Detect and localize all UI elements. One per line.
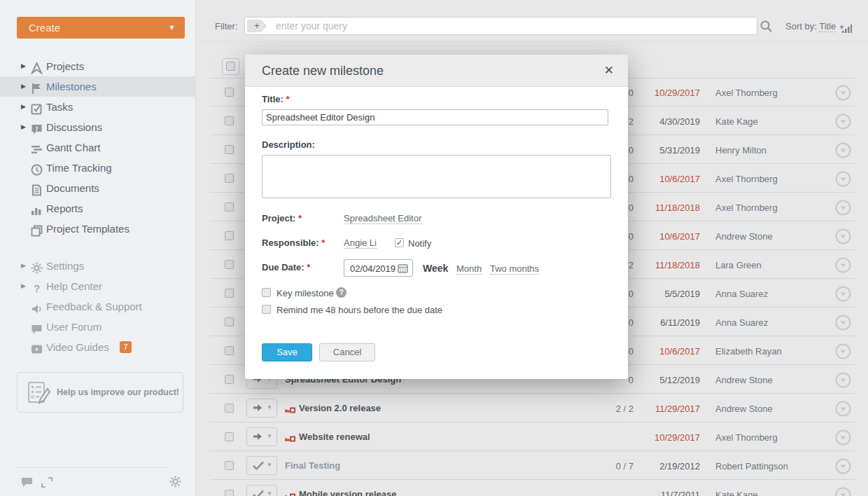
responsible-name[interactable]: Robert Pattingson bbox=[715, 461, 788, 471]
sidebar-item-reports[interactable]: Reports bbox=[0, 198, 196, 219]
responsible-name[interactable]: Anna Suarez bbox=[715, 289, 768, 299]
status-arrow-button[interactable]: ▼ bbox=[246, 399, 277, 418]
sidebar-item-gantt-chart[interactable]: Gantt Chart bbox=[0, 137, 196, 158]
row-checkbox[interactable] bbox=[225, 461, 234, 470]
remind-checkbox[interactable] bbox=[262, 305, 271, 314]
notify-checkbox[interactable]: ✓ bbox=[395, 238, 404, 247]
row-menu-icon[interactable] bbox=[835, 257, 851, 276]
row-checkbox[interactable] bbox=[225, 432, 234, 441]
responsible-name[interactable]: Andrew Stone bbox=[715, 231, 773, 242]
row-checkbox[interactable] bbox=[225, 346, 234, 355]
responsible-name[interactable]: Axel Thornberg bbox=[715, 174, 778, 184]
sidebar-item-video-guides[interactable]: Video Guides7 bbox=[0, 337, 196, 357]
status-arrow-button[interactable]: ▼ bbox=[246, 427, 277, 446]
responsible-value-link[interactable]: Angie Li bbox=[344, 237, 377, 249]
range-week[interactable]: Week bbox=[423, 263, 448, 274]
due-date-input[interactable]: 02/04/2019 bbox=[344, 259, 413, 277]
expander-arrow-icon[interactable]: ▶ bbox=[21, 117, 26, 137]
responsible-name[interactable]: Axel Thornberg bbox=[715, 202, 778, 213]
expander-arrow-icon[interactable]: ▶ bbox=[21, 276, 26, 296]
responsible-name[interactable]: Andrew Stone bbox=[715, 404, 773, 414]
row-checkbox[interactable] bbox=[225, 231, 234, 240]
row-checkbox[interactable] bbox=[225, 404, 234, 413]
status-done-button[interactable]: ▼ bbox=[246, 485, 277, 496]
status-done-button[interactable]: ▼ bbox=[246, 456, 277, 475]
chat-icon[interactable] bbox=[21, 477, 33, 490]
responsible-name[interactable]: Axel Thornberg bbox=[715, 432, 778, 443]
sidebar-item-milestones[interactable]: ▶Milestones bbox=[0, 76, 196, 97]
row-checkbox[interactable] bbox=[225, 88, 234, 97]
row-menu-icon[interactable] bbox=[835, 142, 851, 161]
milestone-title[interactable]: Mobile version release bbox=[299, 489, 396, 496]
milestone-title[interactable]: Version 2.0 release bbox=[299, 403, 381, 413]
row-menu-icon[interactable] bbox=[835, 343, 851, 362]
search-icon[interactable] bbox=[760, 20, 772, 35]
expand-icon[interactable] bbox=[41, 477, 52, 490]
sidebar-item-documents[interactable]: Documents bbox=[0, 178, 196, 198]
sidebar-item-time-tracking[interactable]: Time Tracking bbox=[0, 158, 196, 178]
row-checkbox[interactable] bbox=[225, 202, 234, 212]
expander-arrow-icon[interactable]: ▶ bbox=[21, 76, 26, 97]
milestone-title[interactable]: Website renewal bbox=[299, 432, 370, 442]
responsible-name[interactable]: Kate Kage bbox=[715, 116, 758, 127]
close-icon[interactable]: ✕ bbox=[604, 63, 614, 78]
select-all-checkbox[interactable] bbox=[226, 62, 235, 71]
milestone-title[interactable]: Final Testing bbox=[285, 460, 340, 471]
row-checkbox[interactable] bbox=[225, 260, 234, 269]
row-menu-icon[interactable] bbox=[835, 429, 851, 448]
responsible-name[interactable]: Anna Suarez bbox=[715, 317, 768, 328]
row-checkbox[interactable] bbox=[225, 375, 234, 384]
responsible-name[interactable]: Kate Kage bbox=[715, 490, 758, 496]
row-menu-icon[interactable] bbox=[835, 171, 851, 190]
gear-icon[interactable] bbox=[169, 476, 181, 490]
row-menu-icon[interactable] bbox=[835, 487, 851, 496]
sort-direction-icon[interactable] bbox=[842, 23, 852, 36]
row-menu-icon[interactable] bbox=[835, 315, 851, 333]
row-menu-icon[interactable] bbox=[835, 372, 851, 391]
range-month[interactable]: Month bbox=[456, 263, 482, 275]
help-us-improve-banner[interactable]: Help us improve our product! bbox=[17, 372, 183, 413]
calendar-icon[interactable] bbox=[398, 263, 408, 276]
description-textarea[interactable] bbox=[262, 155, 611, 198]
responsible-name[interactable]: Elizabeth Rayan bbox=[715, 346, 782, 357]
row-menu-icon[interactable] bbox=[835, 200, 851, 219]
sidebar-item-discussions[interactable]: ▶Discussions bbox=[0, 117, 196, 137]
row-menu-icon[interactable] bbox=[835, 458, 851, 477]
key-milestone-checkbox[interactable] bbox=[262, 288, 271, 297]
responsible-name[interactable]: Andrew Stone bbox=[715, 375, 773, 385]
save-button[interactable]: Save bbox=[262, 343, 312, 361]
sidebar-item-settings[interactable]: ▶Settings bbox=[0, 256, 196, 276]
sidebar-item-tasks[interactable]: ▶Tasks bbox=[0, 97, 196, 117]
responsible-name[interactable]: Henry Milton bbox=[715, 145, 766, 156]
row-menu-icon[interactable] bbox=[835, 286, 851, 305]
row-checkbox[interactable] bbox=[225, 116, 234, 125]
sidebar-item-help-center[interactable]: ▶?Help Center bbox=[0, 276, 196, 296]
responsible-name[interactable]: Lara Green bbox=[715, 260, 762, 270]
sort-by-value[interactable]: Title bbox=[819, 21, 836, 32]
sidebar-item-projects[interactable]: ▶Projects bbox=[0, 56, 196, 76]
row-checkbox[interactable] bbox=[225, 317, 234, 326]
filter-query-input[interactable] bbox=[244, 17, 757, 35]
sidebar-item-feedback-support[interactable]: Feedback & Support bbox=[0, 296, 196, 317]
row-menu-icon[interactable] bbox=[835, 85, 851, 104]
project-value-link[interactable]: Spreadsheet Editor bbox=[344, 213, 421, 224]
row-checkbox[interactable] bbox=[225, 289, 234, 298]
create-button[interactable]: Create ▼ bbox=[17, 17, 185, 39]
row-menu-icon[interactable] bbox=[835, 228, 851, 247]
expander-arrow-icon[interactable]: ▶ bbox=[21, 56, 26, 76]
expander-arrow-icon[interactable]: ▶ bbox=[21, 256, 26, 276]
select-all-button[interactable] bbox=[222, 58, 239, 75]
range-two-months[interactable]: Two months bbox=[490, 263, 539, 275]
row-checkbox[interactable] bbox=[225, 490, 234, 496]
cancel-button[interactable]: Cancel bbox=[319, 343, 375, 361]
responsible-name[interactable]: Axel Thornberg bbox=[715, 88, 778, 98]
help-icon[interactable]: ? bbox=[336, 287, 346, 298]
sidebar-item-user-forum[interactable]: User Forum bbox=[0, 317, 196, 337]
row-checkbox[interactable] bbox=[225, 174, 234, 183]
row-menu-icon[interactable] bbox=[835, 113, 851, 132]
row-checkbox[interactable] bbox=[225, 145, 234, 154]
sidebar-item-project-templates[interactable]: Project Templates bbox=[0, 219, 196, 239]
row-menu-icon[interactable] bbox=[835, 401, 851, 420]
milestone-title-input[interactable] bbox=[262, 109, 608, 125]
expander-arrow-icon[interactable]: ▶ bbox=[21, 97, 26, 117]
